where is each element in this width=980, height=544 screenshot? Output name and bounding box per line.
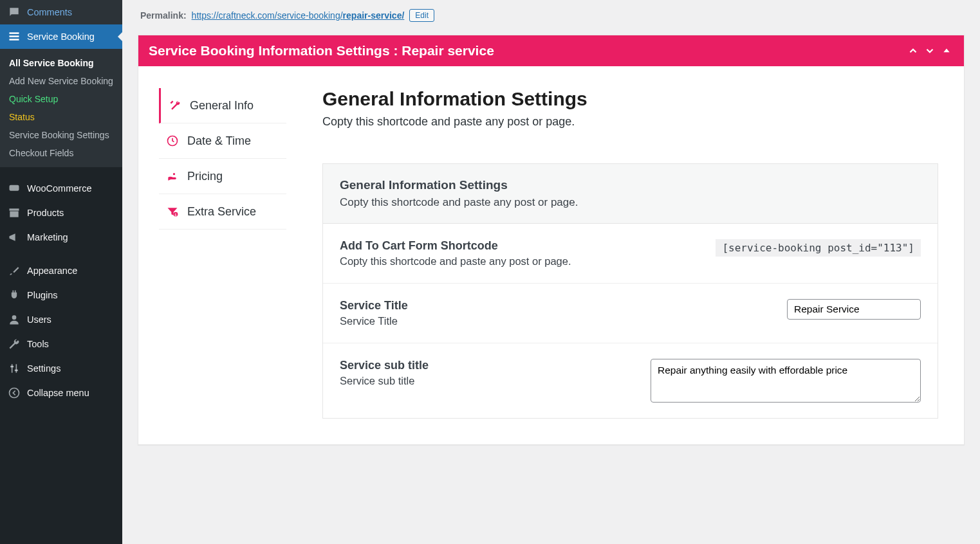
sidebar-item-label: WooCommerce (27, 183, 91, 194)
sidebar-item-marketing[interactable]: Marketing (0, 225, 122, 249)
tab-label: General Info (190, 99, 254, 113)
service-subtitle-input[interactable] (651, 359, 921, 403)
sidebar-item-comments[interactable]: Comments (0, 0, 122, 24)
collapse-icon (8, 386, 21, 399)
svg-point-11 (10, 388, 19, 398)
service-title-label: Service Title (340, 299, 408, 313)
service-subtitle-sub: Service sub title (340, 375, 429, 387)
tab-date-time[interactable]: Date & Time (159, 123, 286, 159)
sidebar-item-settings[interactable]: Settings (0, 356, 122, 381)
metabox-header: Service Booking Information Settings : R… (138, 35, 964, 66)
sidebar-item-plugins[interactable]: Plugins (0, 283, 122, 307)
tab-label: Pricing (187, 170, 223, 183)
sidebar-item-users[interactable]: Users (0, 307, 122, 332)
svg-rect-0 (10, 32, 19, 34)
svg-rect-5 (10, 212, 18, 217)
svg-rect-3 (10, 185, 19, 191)
sidebar-item-label: Comments (27, 7, 72, 17)
tab-label: Date & Time (187, 134, 251, 148)
field-shortcode: Add To Cart Form Shortcode Copty this sh… (323, 224, 938, 284)
woo-icon (8, 182, 21, 195)
settings-tabs: General Info Date & Time Pricing (159, 88, 286, 419)
sidebar-item-label: Products (27, 208, 64, 218)
shortcode-sub: Copty this shortcode and paste any post … (340, 255, 571, 267)
svg-rect-7 (12, 364, 13, 372)
sidebar-submenu: All Service Booking Add New Service Book… (0, 49, 122, 167)
clock-icon (165, 134, 180, 148)
svg-rect-1 (10, 35, 19, 37)
svg-rect-9 (10, 366, 14, 368)
sidebar-item-products[interactable]: Products (0, 201, 122, 225)
card-header-title: General Information Settings (340, 178, 921, 192)
sidebar-item-label: Service Booking (27, 32, 95, 42)
settings-metabox: Service Booking Information Settings : R… (138, 35, 965, 445)
permalink-label: Permalink: (140, 10, 187, 21)
submenu-all-service-booking[interactable]: All Service Booking (0, 54, 122, 72)
card-header-sub: Copty this shortcode and paste any post … (340, 196, 921, 209)
list-icon (8, 30, 21, 43)
brush-icon (8, 264, 21, 277)
svg-point-6 (12, 315, 17, 320)
user-icon (8, 313, 21, 326)
permalink-row: Permalink: https://craftneck.com/service… (138, 0, 965, 35)
permalink-link[interactable]: https://craftneck.com/service-booking/re… (192, 10, 405, 21)
panel-heading: General Information Settings (322, 88, 938, 110)
settings-card: General Information Settings Copty this … (322, 163, 938, 419)
settings-panel: General Information Settings Copty this … (322, 88, 938, 419)
sidebar-item-tools[interactable]: Tools (0, 332, 122, 356)
svg-rect-8 (16, 364, 17, 372)
sidebar-item-appearance[interactable]: Appearance (0, 258, 122, 283)
tab-label: Extra Service (187, 205, 256, 219)
sidebar-item-label: Tools (27, 339, 49, 349)
submenu-service-booking-settings[interactable]: Service Booking Settings (0, 126, 122, 144)
sidebar-item-label: Marketing (27, 232, 68, 242)
megaphone-icon (8, 231, 21, 244)
tab-extra-service[interactable]: $ Extra Service (159, 194, 286, 230)
metabox-toggle-icon[interactable] (939, 44, 954, 58)
metabox-up-icon[interactable] (906, 44, 920, 58)
filter-icon: $ (165, 204, 180, 219)
plug-icon (8, 289, 21, 302)
shortcode-value[interactable]: [service-booking post_id="113"] (716, 239, 921, 257)
comment-icon (8, 6, 21, 19)
submenu-status[interactable]: Status (0, 108, 122, 126)
service-title-input[interactable] (787, 299, 921, 320)
tools-icon (168, 98, 182, 113)
main-content: Permalink: https://craftneck.com/service… (122, 0, 980, 544)
svg-rect-4 (10, 208, 19, 210)
hand-money-icon (165, 169, 180, 183)
svg-rect-10 (15, 370, 18, 372)
sidebar-item-label: Settings (27, 363, 60, 374)
svg-text:$: $ (175, 213, 177, 217)
sidebar-item-label: Plugins (27, 290, 58, 300)
admin-sidebar: Comments Service Booking All Service Boo… (0, 0, 122, 544)
submenu-quick-setup[interactable]: Quick Setup (0, 90, 122, 108)
wrench-icon (8, 338, 21, 350)
settings-icon (8, 362, 21, 375)
card-header: General Information Settings Copty this … (323, 164, 938, 224)
tab-general-info[interactable]: General Info (159, 88, 286, 123)
service-title-sub: Service Title (340, 315, 408, 327)
edit-slug-button[interactable]: Edit (409, 9, 434, 22)
sidebar-item-label: Collapse menu (27, 388, 89, 398)
sidebar-item-collapse[interactable]: Collapse menu (0, 381, 122, 405)
service-subtitle-label: Service sub title (340, 359, 429, 372)
sidebar-item-label: Users (27, 314, 51, 325)
field-service-title: Service Title Service Title (323, 284, 938, 343)
sidebar-item-label: Appearance (27, 266, 77, 276)
metabox-title: Service Booking Information Settings : R… (149, 43, 494, 59)
svg-rect-2 (10, 39, 19, 41)
metabox-down-icon[interactable] (923, 44, 937, 58)
submenu-add-new-service-booking[interactable]: Add New Service Booking (0, 72, 122, 90)
tab-pricing[interactable]: Pricing (159, 159, 286, 194)
panel-subheading: Copty this shortcode and paste any post … (322, 115, 938, 129)
submenu-checkout-fields[interactable]: Checkout Fields (0, 144, 122, 162)
archive-icon (8, 206, 21, 219)
sidebar-item-service-booking[interactable]: Service Booking (0, 24, 122, 49)
field-service-subtitle: Service sub title Service sub title (323, 343, 938, 418)
shortcode-label: Add To Cart Form Shortcode (340, 239, 571, 253)
sidebar-item-woocommerce[interactable]: WooCommerce (0, 176, 122, 201)
